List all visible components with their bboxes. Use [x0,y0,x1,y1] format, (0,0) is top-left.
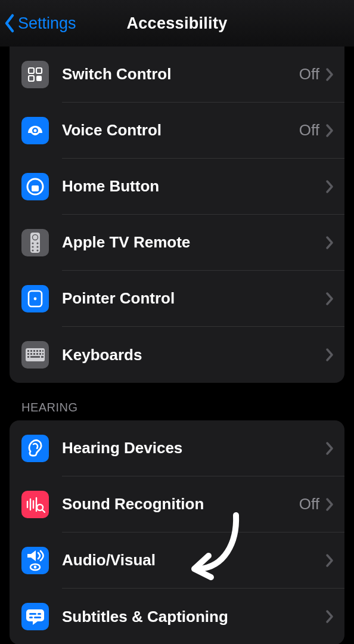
back-button[interactable]: Settings [4,13,76,33]
row-label: Voice Control [62,121,299,140]
row-pointer-control[interactable]: Pointer Control [10,271,344,327]
chevron-left-icon [4,13,17,33]
audio-visual-icon [21,547,49,574]
row-audio-visual[interactable]: Audio/Visual [10,532,344,589]
svg-point-14 [32,249,33,251]
svg-rect-1 [36,68,42,73]
row-label: Subtitles & Captioning [62,608,325,626]
row-label: Switch Control [62,65,299,83]
svg-rect-45 [29,617,33,618]
settings-group-physical: Switch Control Off Voice Control Off [10,47,344,383]
row-label: Apple TV Remote [62,233,325,252]
svg-rect-0 [29,68,34,73]
row-label: Audio/Visual [62,551,325,569]
switch-control-icon [21,61,49,88]
svg-rect-8 [30,233,40,253]
svg-rect-46 [34,617,41,618]
row-value: Off [299,495,319,513]
svg-rect-30 [42,353,44,355]
chevron-right-icon [325,348,334,362]
svg-point-5 [34,129,37,132]
row-value: Off [299,121,319,140]
svg-point-17 [34,298,37,301]
svg-line-39 [42,510,45,512]
svg-point-10 [32,242,33,244]
svg-rect-27 [33,353,35,355]
svg-point-11 [36,242,38,244]
chevron-right-icon [325,123,334,138]
svg-rect-7 [32,185,39,191]
row-label: Pointer Control [62,289,325,308]
svg-rect-43 [29,613,36,615]
svg-rect-23 [39,350,41,352]
row-home-button[interactable]: Home Button [10,159,344,215]
chevron-right-icon [325,553,334,568]
row-keyboards[interactable]: Keyboards [10,327,344,383]
svg-rect-24 [42,350,44,352]
chevron-right-icon [325,236,334,250]
svg-rect-29 [39,353,41,355]
svg-rect-3 [36,76,42,81]
svg-rect-2 [29,76,34,81]
keyboard-icon [21,341,49,369]
row-voice-control[interactable]: Voice Control Off [10,103,344,159]
svg-rect-26 [30,353,32,355]
svg-rect-25 [27,353,29,355]
svg-rect-32 [30,356,40,358]
svg-rect-33 [41,356,44,358]
row-label: Home Button [62,177,325,196]
chevron-right-icon [325,441,334,456]
row-sound-recognition[interactable]: Sound Recognition Off [10,476,344,532]
settings-group-hearing: Hearing Devices Sound Recognition [10,420,344,644]
svg-rect-20 [30,350,32,352]
chevron-right-icon [325,609,334,624]
svg-rect-31 [27,356,29,358]
subtitles-icon [21,603,49,630]
row-label: Keyboards [62,346,325,364]
chevron-right-icon [325,67,334,82]
row-switch-control[interactable]: Switch Control Off [10,47,344,103]
back-label: Settings [18,14,76,33]
svg-rect-22 [36,350,38,352]
section-header-hearing: HEARING [10,383,344,420]
row-label: Hearing Devices [62,439,325,457]
navigation-bar: Settings Accessibility [0,0,354,47]
svg-point-15 [36,249,38,251]
chevron-right-icon [325,292,334,306]
row-hearing-devices[interactable]: Hearing Devices [10,420,344,476]
svg-rect-21 [33,350,35,352]
home-button-icon [21,173,49,200]
sound-recognition-icon [21,491,49,518]
row-subtitles-captioning[interactable]: Subtitles & Captioning [10,589,344,644]
pointer-control-icon [21,285,49,312]
svg-point-12 [32,246,33,247]
voice-control-icon [21,117,49,144]
svg-point-13 [36,246,38,247]
chevron-right-icon [325,497,334,512]
svg-rect-19 [27,350,29,352]
svg-rect-44 [38,613,41,615]
row-apple-tv-remote[interactable]: Apple TV Remote [10,215,344,271]
row-value: Off [299,65,319,83]
apple-tv-remote-icon [21,229,49,256]
page-title: Accessibility [127,14,228,33]
svg-point-41 [34,566,37,569]
svg-rect-42 [26,609,44,621]
row-label: Sound Recognition [62,495,299,513]
svg-rect-28 [36,353,38,355]
ear-icon [21,435,49,462]
chevron-right-icon [325,179,334,194]
